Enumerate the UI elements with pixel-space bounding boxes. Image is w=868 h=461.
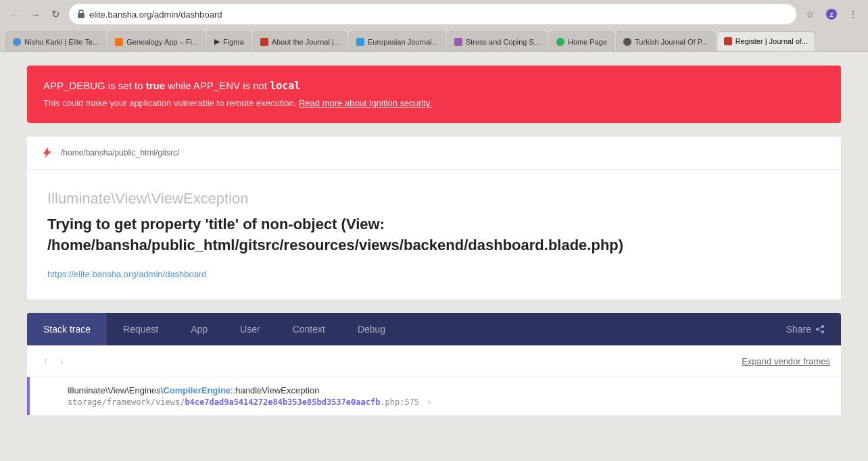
stack-controls: ↑ ↓ Expand vendor frames (27, 345, 841, 377)
browser-tabs: Nishu Karki | Elite Te... Genealogy App … (0, 28, 868, 51)
stack-entry-file: storage/framework/views/b4ce7dad9a541427… (68, 397, 830, 407)
svg-rect-0 (78, 13, 85, 18)
stack-entry-bar (27, 377, 30, 415)
stack-section: Stack trace Request App User Context Deb… (27, 313, 841, 345)
exception-url[interactable]: https://elite.bansha.org/admin/dashboard (47, 269, 207, 279)
bookmark-button[interactable]: ☆ (800, 5, 819, 24)
stack-entry: Illuminate\View\Engines\CompilerEngine::… (27, 377, 841, 416)
reload-button[interactable]: ↻ (46, 5, 65, 24)
browser-top-bar: ← → ↻ elite.bansha.org/admin/dashboard ☆… (0, 0, 868, 28)
svg-point-5 (816, 328, 819, 331)
tab-label: Stress and Coping S... (466, 38, 540, 46)
tab-nishu[interactable]: Nishu Karki | Elite Te... (5, 31, 106, 51)
stack-entry-class: Illuminate\View\Engines\CompilerEngine::… (68, 385, 830, 395)
error-path: /home/bansha/public_html/gitsrc/ (61, 148, 179, 157)
file-highlight: b4ce7dad9a5414272e84b353e85bd3537e0aacfb (185, 397, 380, 407)
svg-text:Z: Z (829, 11, 834, 18)
share-button[interactable]: Share (770, 313, 841, 345)
tab-favicon (556, 38, 564, 46)
tab-favicon (115, 38, 123, 46)
class-highlight: CompilerEngine (163, 385, 231, 395)
edit-icon[interactable]: ✎ (427, 398, 431, 407)
tab-favicon (356, 38, 364, 46)
tab-favicon (724, 37, 732, 45)
warning-title: APP_DEBUG is set to true while APP_ENV i… (43, 78, 825, 94)
tab-request[interactable]: Request (107, 313, 174, 345)
warning-pre-text: APP_DEBUG is set to (43, 80, 146, 91)
tab-homepage[interactable]: Home Page (549, 31, 614, 51)
error-card: /home/bansha/public_html/gitsrc/ Illumin… (27, 137, 841, 300)
figma-icon: ▶ (214, 37, 220, 46)
tab-user[interactable]: User (224, 313, 276, 345)
svg-point-3 (821, 325, 824, 328)
tab-turkish-journal[interactable]: Turkish Journal Of P... (616, 31, 715, 51)
tab-about-journal[interactable]: About the Journal |... (253, 31, 347, 51)
tab-app[interactable]: App (174, 313, 224, 345)
ignition-logo (41, 146, 54, 160)
tab-genealogy[interactable]: Genealogy App – Fi... (107, 31, 206, 51)
warning-banner: APP_DEBUG is set to true while APP_ENV i… (27, 66, 841, 123)
stack-body: ↑ ↓ Expand vendor frames Illuminate\View… (27, 345, 841, 416)
tab-label: About the Journal |... (272, 38, 340, 46)
warning-body-text: This could make your application vulnera… (43, 98, 296, 108)
tab-favicon (260, 38, 268, 46)
stack-tabs: Stack trace Request App User Context Deb… (27, 313, 841, 345)
tab-stack-trace[interactable]: Stack trace (27, 313, 107, 345)
share-icon (815, 324, 825, 334)
error-card-header: /home/bansha/public_html/gitsrc/ (27, 137, 841, 170)
class-suffix: ::handleViewException (231, 385, 319, 395)
tab-europasian[interactable]: Europasian Journal... (349, 31, 445, 51)
tab-favicon (13, 38, 21, 46)
file-pre: storage/framework/views/ (68, 397, 185, 407)
warning-true-value: true (146, 80, 165, 91)
forward-button[interactable]: → (26, 5, 45, 24)
back-button[interactable]: ← (5, 5, 24, 24)
tab-label: Figma (223, 38, 244, 46)
svg-line-7 (819, 330, 821, 331)
up-down-buttons: ↑ ↓ (38, 354, 69, 368)
tab-label: Turkish Journal Of P... (635, 38, 708, 46)
file-suffix: .php:575 (380, 397, 419, 407)
down-button[interactable]: ↓ (54, 354, 69, 368)
lock-icon (77, 9, 85, 20)
tab-label: Genealogy App – Fi... (126, 38, 198, 46)
error-card-body: Illuminate\View\ViewException Trying to … (27, 170, 841, 300)
browser-actions: ☆ Z ⋮ (800, 5, 863, 24)
tab-label: Register | Journal of... (736, 37, 808, 45)
tab-figma[interactable]: ▶ Figma (207, 31, 251, 51)
tab-label: Europasian Journal... (368, 38, 438, 46)
svg-point-4 (821, 331, 824, 333)
nav-buttons: ← → ↻ (5, 5, 65, 24)
address-text: elite.bansha.org/admin/dashboard (89, 9, 788, 20)
exception-message: Trying to get property 'title' of non-ob… (47, 214, 821, 256)
tab-debug[interactable]: Debug (341, 313, 402, 345)
tab-favicon (454, 38, 462, 46)
tab-context[interactable]: Context (276, 313, 341, 345)
browser-chrome: ← → ↻ elite.bansha.org/admin/dashboard ☆… (0, 0, 868, 52)
up-button[interactable]: ↑ (38, 354, 53, 368)
expand-vendor-button[interactable]: Expand vendor frames (742, 356, 830, 366)
class-pre: Illuminate\View\Engines\ (68, 385, 163, 395)
svg-line-6 (819, 327, 821, 329)
page-content: APP_DEBUG is set to true while APP_ENV i… (0, 52, 868, 461)
tab-stress-coping[interactable]: Stress and Coping S... (447, 31, 548, 51)
tab-label: Home Page (568, 38, 607, 46)
tab-favicon (623, 38, 631, 46)
tab-label: Nishu Karki | Elite Te... (24, 38, 99, 46)
warning-local-value: local (270, 80, 300, 92)
tab-register[interactable]: Register | Journal of... (717, 31, 815, 51)
warning-mid-text: while APP_ENV is not (165, 80, 270, 91)
warning-security-link[interactable]: Read more about Ignition security. (299, 98, 432, 108)
address-bar[interactable]: elite.bansha.org/admin/dashboard (69, 4, 796, 24)
extension-button[interactable]: Z (822, 5, 841, 24)
warning-body: This could make your application vulnera… (43, 97, 825, 111)
exception-class: Illuminate\View\ViewException (47, 190, 821, 208)
more-button[interactable]: ⋮ (844, 5, 863, 24)
